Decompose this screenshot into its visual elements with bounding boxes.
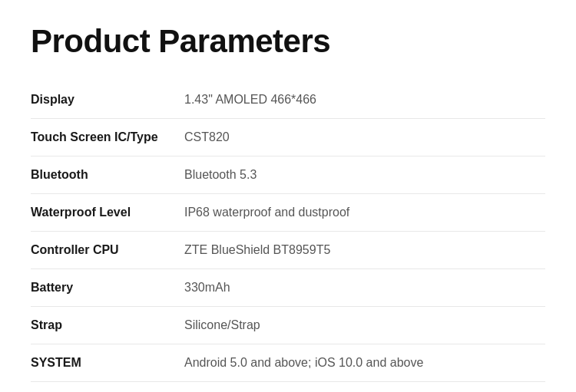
param-label: Display [31,81,184,119]
param-value: ZTE BlueShield BT8959T5 [184,232,545,269]
param-value: CST820 [184,119,545,156]
table-row: Waterproof LevelIP68 waterproof and dust… [31,194,545,232]
param-label: Controller CPU [31,232,184,269]
param-value: Android 5.0 and above; iOS 10.0 and abov… [184,344,545,382]
param-label: SYSTEM [31,344,184,382]
param-label: Waterproof Level [31,194,184,232]
table-row: SYSTEMAndroid 5.0 and above; iOS 10.0 an… [31,344,545,382]
param-value: Silicone/Strap [184,307,545,344]
param-label: Bluetooth [31,156,184,194]
param-label: Battery [31,269,184,307]
page-title: Product Parameters [31,23,545,60]
params-table: Display1.43" AMOLED 466*466Touch Screen … [31,81,545,392]
param-value: IP68 waterproof and dustproof [184,194,545,232]
table-row: Controller CPUZTE BlueShield BT8959T5 [31,232,545,269]
param-value: Chinese, English, German, Russian, Spani… [184,382,545,392]
param-label: Strap [31,307,184,344]
table-row: Display1.43" AMOLED 466*466 [31,81,545,119]
param-value: 330mAh [184,269,545,307]
param-label: Language Support [31,382,184,392]
param-value: Bluetooth 5.3 [184,156,545,194]
param-value: 1.43" AMOLED 466*466 [184,81,545,119]
table-row: Touch Screen IC/TypeCST820 [31,119,545,156]
table-row: Language SupportChinese, English, German… [31,382,545,392]
table-row: Battery330mAh [31,269,545,307]
table-row: StrapSilicone/Strap [31,307,545,344]
param-label: Touch Screen IC/Type [31,119,184,156]
table-row: BluetoothBluetooth 5.3 [31,156,545,194]
